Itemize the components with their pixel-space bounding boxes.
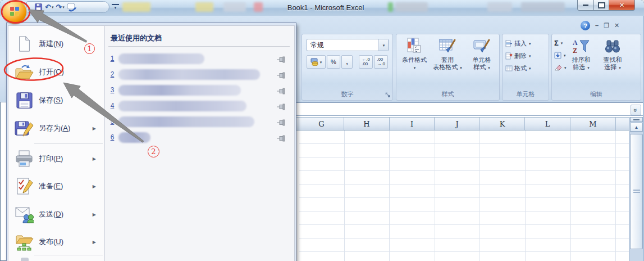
comma-style-button[interactable]: , bbox=[341, 55, 353, 69]
conditional-formatting-button[interactable]: 条件格式 ▾ bbox=[398, 37, 431, 86]
help-button[interactable]: ? bbox=[581, 21, 590, 30]
formula-bar[interactable]: » bbox=[296, 102, 644, 116]
censored-block bbox=[195, 2, 213, 12]
step-1-badge: 1 bbox=[84, 43, 95, 54]
vertical-scrollbar[interactable]: ▲ bbox=[629, 117, 643, 261]
pin-icon[interactable] bbox=[277, 118, 286, 125]
worksheet-grid[interactable]: G H I J K L M ▲ bbox=[296, 116, 644, 261]
censored-block bbox=[122, 2, 150, 12]
scroll-up-button[interactable]: ▲ bbox=[630, 123, 643, 132]
minimize-button[interactable] bbox=[577, 0, 594, 11]
window-controls: ✕ bbox=[577, 0, 635, 11]
ribbon-group-cells: 插入 ▾ 删除 ▾ 格式 ▾ 单元格 bbox=[502, 34, 549, 101]
censored-doc-name bbox=[118, 132, 150, 143]
office-logo-icon bbox=[10, 6, 20, 16]
decrease-decimal-button[interactable]: .00→.0 bbox=[374, 55, 388, 69]
submenu-arrow-icon: ▶ bbox=[93, 126, 96, 131]
dropdown-arrow-icon: ▾ bbox=[320, 60, 322, 64]
menu-item-publish[interactable]: 发布(U) ▶ bbox=[11, 228, 101, 255]
menu-item-save-as[interactable]: 另存为(A) ▶ bbox=[11, 115, 101, 142]
percent-style-button[interactable]: % bbox=[327, 55, 340, 69]
scrollbar-thumb[interactable] bbox=[630, 134, 643, 249]
column-header[interactable]: J bbox=[435, 118, 480, 130]
menu-item-send[interactable]: 发送(D) ▶ bbox=[11, 201, 101, 228]
expand-formula-bar-button[interactable]: » bbox=[631, 105, 641, 115]
delete-cells-button[interactable]: 删除 ▾ bbox=[505, 50, 531, 61]
menu-item-prepare[interactable]: 准备(E) ▶ bbox=[11, 173, 101, 200]
pin-icon[interactable] bbox=[277, 134, 286, 141]
number-format-value: 常规 bbox=[307, 40, 378, 50]
save-button[interactable] bbox=[34, 2, 43, 12]
dropdown-arrow-icon: ▾ bbox=[52, 5, 54, 9]
autosum-button[interactable]: Σ ▾ bbox=[554, 37, 563, 48]
recent-doc-item[interactable]: 3 bbox=[108, 82, 291, 98]
close-button[interactable]: ✕ bbox=[609, 0, 635, 11]
insert-cells-button[interactable]: 插入 ▾ bbox=[505, 38, 531, 49]
submenu-arrow-icon: ▶ bbox=[93, 240, 96, 245]
accounting-format-button[interactable]: ▾ bbox=[307, 55, 326, 69]
menu-item-label: 打印(P) bbox=[39, 154, 63, 164]
menu-item-print[interactable]: 打印(P) ▶ bbox=[11, 145, 101, 172]
ribbon-group-editing: Σ ▾ ▾ ▾ A Z 排序和 筛选 ▾ bbox=[551, 34, 641, 101]
pin-icon[interactable] bbox=[277, 102, 286, 109]
clear-button[interactable]: ▾ bbox=[554, 62, 567, 73]
column-header[interactable]: M bbox=[570, 118, 616, 130]
recent-doc-item[interactable]: 5 bbox=[108, 114, 291, 129]
column-header[interactable]: K bbox=[480, 118, 525, 130]
find-select-button[interactable]: 查找和 选择 ▾ bbox=[598, 37, 627, 86]
dropdown-arrow-icon: ▾ bbox=[529, 66, 531, 70]
window-title: Book1 - Microsoft Excel bbox=[241, 3, 410, 12]
fill-button[interactable]: ▾ bbox=[554, 50, 566, 61]
format-as-table-button[interactable]: 套用 表格格式 ▾ bbox=[431, 37, 464, 86]
recent-doc-number: 6 bbox=[108, 133, 116, 141]
recent-doc-number: 3 bbox=[108, 86, 116, 94]
office-button[interactable] bbox=[3, 0, 26, 24]
column-header-row: G H I J K L M bbox=[296, 117, 644, 130]
qat-customize-button[interactable]: ▾ bbox=[112, 4, 119, 10]
column-header[interactable]: L bbox=[525, 118, 570, 130]
number-format-combobox[interactable]: 常规 ▾ bbox=[307, 39, 389, 51]
undo-button[interactable]: ↶▾ bbox=[44, 2, 54, 12]
recent-doc-item[interactable]: 6 bbox=[108, 129, 291, 145]
workbook-close-button[interactable]: ✕ bbox=[614, 22, 619, 29]
menu-item-open[interactable]: 打开(O) bbox=[11, 58, 101, 86]
redo-button[interactable]: ↷▾ bbox=[55, 2, 65, 12]
combo-dropdown-button[interactable]: ▾ bbox=[378, 39, 388, 51]
cells-area[interactable] bbox=[299, 130, 629, 261]
column-header[interactable]: H bbox=[344, 118, 390, 130]
pin-icon[interactable] bbox=[277, 87, 286, 93]
menu-item-save[interactable]: 保存(S) bbox=[11, 87, 101, 114]
menu-item-label: 发布(U) bbox=[39, 237, 63, 247]
column-header[interactable]: I bbox=[390, 118, 435, 130]
custom-qat-button[interactable] bbox=[66, 2, 77, 12]
maximize-button[interactable] bbox=[594, 0, 609, 11]
workbook-minimize-button[interactable]: – bbox=[595, 22, 599, 29]
format-cells-icon bbox=[505, 65, 513, 72]
column-header[interactable]: G bbox=[299, 118, 344, 130]
increase-decimal-button[interactable]: ←.0.00 bbox=[359, 55, 373, 69]
dropdown-arrow-icon: ▾ bbox=[587, 66, 590, 70]
recent-doc-item[interactable]: 1 bbox=[108, 51, 291, 66]
submenu-arrow-icon: ▶ bbox=[93, 184, 96, 189]
group-label-cells: 单元格 bbox=[503, 90, 549, 98]
open-folder-icon bbox=[14, 62, 34, 82]
menu-item-label: 保存(S) bbox=[39, 95, 63, 105]
sort-filter-button[interactable]: A Z 排序和 筛选 ▾ bbox=[567, 37, 596, 86]
help-icon: ? bbox=[583, 22, 587, 29]
format-cells-button[interactable]: 格式 ▾ bbox=[505, 62, 531, 74]
dropdown-arrow-icon: ▾ bbox=[561, 41, 563, 45]
ribbon-group-styles: 条件格式 ▾ 套用 表格格式 ▾ bbox=[396, 34, 500, 101]
minimize-icon bbox=[583, 4, 588, 6]
cell-styles-button[interactable]: 单元格 样式 ▾ bbox=[465, 37, 498, 86]
recent-doc-number: 1 bbox=[108, 55, 116, 62]
workbook-restore-button[interactable]: ❐ bbox=[604, 22, 609, 29]
recent-doc-item[interactable]: 4 bbox=[108, 98, 291, 114]
scrollbar-split-handle[interactable] bbox=[630, 117, 643, 122]
pin-icon[interactable] bbox=[277, 71, 286, 78]
svg-text:A: A bbox=[573, 39, 578, 47]
pin-icon[interactable] bbox=[277, 55, 286, 62]
column-header-partial[interactable] bbox=[616, 118, 629, 130]
scrollbar-grip bbox=[633, 190, 640, 194]
recent-doc-item[interactable]: 2 bbox=[108, 66, 291, 82]
dialog-launcher-icon[interactable] bbox=[385, 92, 391, 98]
